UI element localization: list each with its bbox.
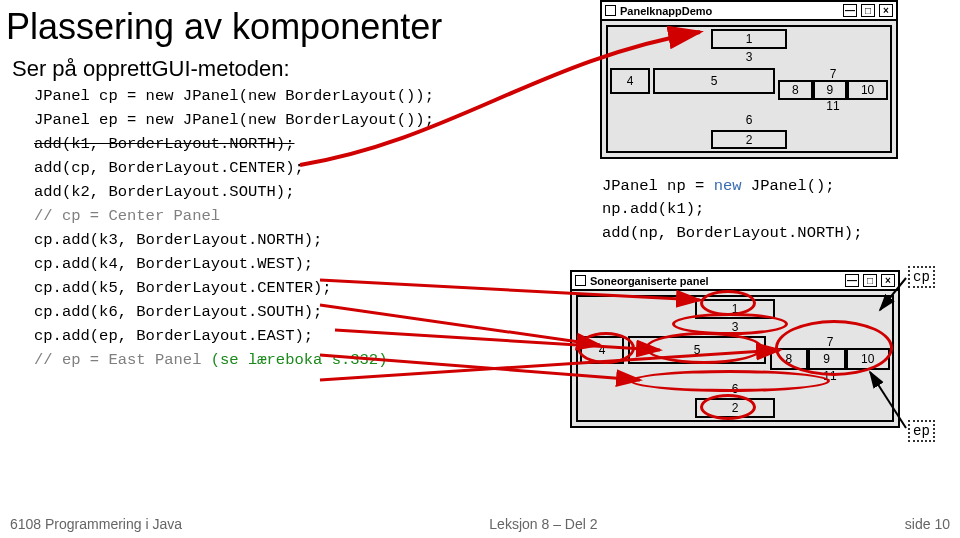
window-soneorganiserte: Soneorganiserte panel — □ × 1 3 4 5 7 8 …	[570, 270, 900, 428]
label-11: 11	[778, 100, 888, 112]
button-1[interactable]: 1	[695, 299, 775, 319]
button-1[interactable]: 1	[711, 29, 787, 49]
footer-right: side 10	[905, 516, 950, 532]
titlebar: Soneorganiserte panel — □ ×	[572, 272, 898, 291]
button-8[interactable]: 8	[770, 348, 808, 370]
button-10[interactable]: 10	[847, 80, 888, 100]
label-6: 6	[580, 382, 890, 398]
button-2[interactable]: 2	[695, 398, 775, 418]
minimize-icon[interactable]: —	[843, 4, 857, 17]
window-title: Soneorganiserte panel	[590, 275, 709, 287]
label-11: 11	[770, 370, 890, 382]
button-10[interactable]: 10	[846, 348, 891, 370]
label-7: 7	[778, 68, 888, 80]
button-5[interactable]: 5	[653, 68, 775, 94]
close-icon[interactable]: ×	[879, 4, 893, 17]
close-icon[interactable]: ×	[881, 274, 895, 287]
label-7: 7	[770, 336, 890, 348]
right-code-snippet: JPanel np = new JPanel(); np.add(k1); ad…	[602, 175, 862, 245]
maximize-icon[interactable]: □	[863, 274, 877, 287]
cp-label: cp	[908, 266, 935, 288]
window-title: PanelknappDemo	[620, 5, 712, 17]
button-5[interactable]: 5	[628, 336, 766, 364]
button-4[interactable]: 4	[580, 336, 624, 364]
ep-label: ep	[908, 420, 935, 442]
label-6: 6	[610, 113, 888, 129]
button-2[interactable]: 2	[711, 130, 787, 149]
window-panelknappdemo: PanelknappDemo — □ × 1 3 4 5 7 8 9 10	[600, 0, 898, 159]
sysmenu-icon	[575, 275, 586, 286]
button-8[interactable]: 8	[778, 80, 813, 100]
label-3: 3	[580, 320, 890, 336]
button-9[interactable]: 9	[808, 348, 846, 370]
footer-center: Leksjon 8 – Del 2	[489, 516, 597, 532]
minimize-icon[interactable]: —	[845, 274, 859, 287]
sysmenu-icon	[605, 5, 616, 16]
button-9[interactable]: 9	[813, 80, 848, 100]
button-4[interactable]: 4	[610, 68, 650, 94]
maximize-icon[interactable]: □	[861, 4, 875, 17]
titlebar: PanelknappDemo — □ ×	[602, 2, 896, 21]
footer-left: 6108 Programmering i Java	[10, 516, 182, 532]
label-3: 3	[610, 50, 888, 67]
footer: 6108 Programmering i Java Leksjon 8 – De…	[10, 516, 950, 532]
